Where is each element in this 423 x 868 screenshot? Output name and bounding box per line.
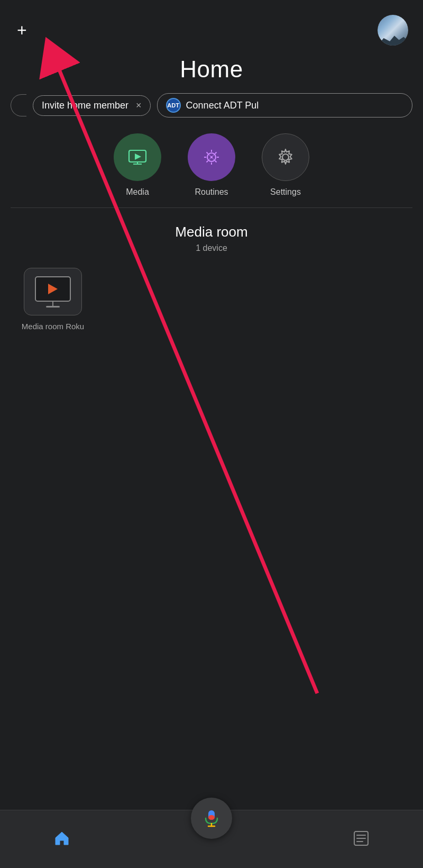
nav-home[interactable] [53, 829, 71, 849]
adt-icon-label: ADT [167, 102, 179, 108]
device-icon-box [24, 268, 82, 315]
section-divider [11, 207, 412, 208]
device-card[interactable]: Media room Roku [16, 268, 90, 331]
action-settings[interactable]: Settings [262, 133, 309, 197]
adt-chip[interactable]: ADT Connect ADT Pul [157, 93, 412, 117]
svg-marker-2 [135, 153, 141, 160]
routines-label: Routines [195, 187, 228, 197]
routines-icon [200, 146, 223, 168]
tv-base [46, 306, 60, 308]
svg-line-13 [215, 152, 217, 154]
avatar-image [378, 15, 408, 46]
bottom-bar [0, 810, 423, 868]
chips-row: Invite home member × ADT Connect ADT Pul [0, 93, 423, 117]
settings-label: Settings [270, 187, 301, 197]
media-circle [114, 133, 161, 181]
svg-line-14 [207, 161, 208, 162]
adt-icon: ADT [166, 98, 181, 113]
list-icon [352, 829, 370, 847]
invite-chip-label: Invite home member [42, 100, 128, 111]
nav-list[interactable] [352, 829, 370, 849]
add-button[interactable]: + [15, 20, 29, 41]
room-title: Media room [16, 224, 407, 240]
quick-actions: Media Routines [11, 133, 412, 197]
mic-button[interactable] [191, 798, 232, 839]
media-label: Media [126, 187, 149, 197]
svg-rect-19 [208, 815, 215, 820]
tv-stand [52, 302, 53, 306]
room-device-count: 1 device [16, 243, 407, 253]
svg-line-12 [215, 161, 217, 162]
device-label: Media room Roku [22, 322, 84, 331]
play-icon [48, 284, 58, 294]
chip-close-icon[interactable]: × [136, 100, 142, 111]
tv-icon [35, 276, 71, 308]
partial-chip [11, 94, 26, 116]
action-routines[interactable]: Routines [188, 133, 235, 197]
microphone-icon [201, 808, 222, 828]
tv-screen [35, 276, 71, 302]
header: + [0, 0, 423, 51]
home-icon [53, 829, 71, 847]
svg-point-17 [282, 154, 289, 160]
routines-circle [188, 133, 235, 181]
settings-icon [274, 146, 297, 168]
room-section: Media room 1 device Media room Roku [0, 224, 423, 331]
page-title: Home [0, 56, 423, 83]
invite-chip[interactable]: Invite home member × [33, 95, 151, 116]
avatar[interactable] [378, 15, 408, 46]
adt-chip-label: Connect ADT Pul [186, 100, 259, 111]
media-icon [126, 146, 149, 168]
svg-line-11 [207, 152, 208, 154]
settings-circle [262, 133, 309, 181]
action-media[interactable]: Media [114, 133, 161, 197]
